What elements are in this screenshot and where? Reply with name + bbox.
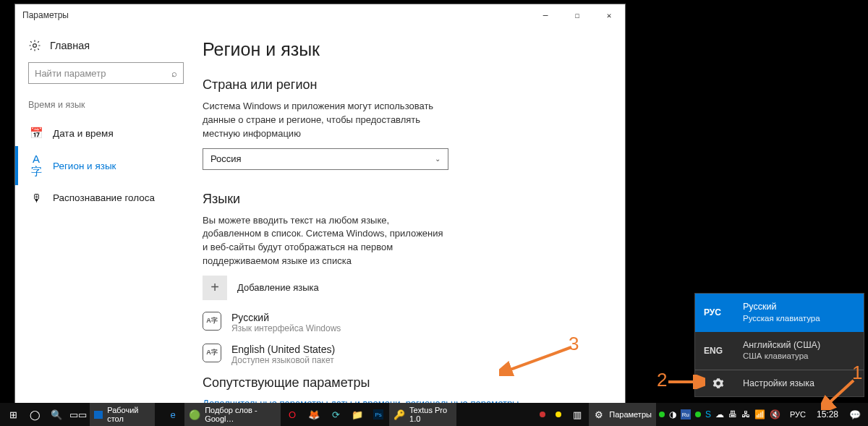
search-button[interactable]: 🔍 (46, 403, 67, 426)
language-sub: Язык интерфейса Windows (231, 323, 341, 333)
language-name: English (United States) (231, 344, 335, 355)
country-dropdown[interactable]: Россия ⌄ (203, 148, 448, 170)
key-icon: 🔑 (393, 409, 405, 420)
red-dot-icon (540, 412, 545, 417)
volume-icon[interactable]: 🔇 (770, 409, 780, 419)
skype-icon[interactable]: S (705, 409, 711, 419)
app-icon: ▥ (571, 409, 583, 420)
mic-icon: 🎙 (30, 192, 43, 204)
cortana-button[interactable]: ◯ (25, 403, 45, 426)
taskbar-app1[interactable]: ⟳ (326, 403, 346, 426)
taskbar-desktop[interactable]: Рабочий стол (90, 403, 155, 426)
taskbar-settings[interactable]: ⚙ Параметры (589, 403, 656, 426)
lang-ru-icon[interactable]: Ru (681, 409, 691, 419)
tray-icon[interactable]: 🖶 (728, 409, 737, 419)
taskbar-label: Подбор слов - Googl… (205, 406, 276, 423)
taskbar-firefox[interactable]: 🦊 (304, 403, 324, 426)
app-icon: ⟳ (330, 409, 341, 420)
related-heading: Сопутствующие параметры (203, 375, 596, 391)
globe-icon: A字 (30, 153, 43, 179)
taskbar-opera[interactable]: O (282, 403, 302, 426)
notification-icon: 💬 (849, 409, 861, 420)
taskbar-label: Параметры (609, 410, 652, 419)
taskbar-label: Textus Pro 1.0 (409, 406, 452, 423)
titlebar[interactable]: Параметры ─ ☐ ✕ (15, 4, 625, 26)
system-tray[interactable]: ◑ Ru S ☁ 🖶 🖧 📶 🔇 (656, 409, 783, 419)
status-icon (695, 412, 701, 417)
home-button[interactable]: Главная (28, 39, 184, 52)
start-button[interactable]: ⊞ (3, 403, 23, 426)
sidebar-item-label: Регион и язык (53, 161, 116, 171)
language-name: Русский (231, 312, 341, 323)
flyout-sub: США клавиатура (743, 351, 820, 362)
wifi-icon[interactable]: 📶 (754, 409, 765, 419)
annotation-2: 2 (657, 369, 667, 391)
languages-heading: Языки (203, 192, 596, 207)
taskbar-language[interactable]: РУС (786, 403, 810, 426)
firefox-icon: 🦊 (308, 409, 320, 420)
search-icon: ⌕ (171, 68, 177, 79)
sidebar-item-speech[interactable]: 🎙 Распознавание голоса (28, 185, 184, 210)
language-item-english[interactable]: A字 English (United States) Доступен язык… (203, 344, 596, 365)
language-item-russian[interactable]: A字 Русский Язык интерфейса Windows (203, 312, 596, 333)
search-input[interactable]: Найти параметр ⌕ (28, 62, 184, 84)
flyout-code: РУС (704, 307, 733, 318)
taskbar-clock[interactable]: 15:28 (812, 409, 843, 419)
action-center-button[interactable]: 💬 (845, 403, 865, 426)
ps-icon: Ps (373, 409, 383, 419)
sidebar-item-label: Распознавание голоса (53, 192, 155, 203)
close-button[interactable]: ✕ (593, 4, 625, 26)
flyout-settings[interactable]: Настройки языка (695, 370, 864, 396)
taskview-icon: ▭▭ (72, 409, 84, 420)
flyout-item-eng[interactable]: ENG Английский (США) США клавиатура (695, 332, 864, 370)
folder-icon: 📁 (352, 409, 363, 420)
country-value: Россия (210, 153, 242, 164)
sidebar-item-label: Дата и время (53, 128, 114, 139)
settings-window: Параметры ─ ☐ ✕ Главная Найти параметр ⌕… (14, 4, 626, 405)
taskview-button[interactable]: ▭▭ (68, 403, 88, 426)
opera-icon: O (286, 409, 298, 420)
taskbar: ⊞ ◯ 🔍 ▭▭ Рабочий стол e 🟢 Подбор слов - … (0, 403, 868, 426)
languages-desc: Вы можете вводить текст на любом языке, … (203, 214, 448, 268)
taskbar-textus[interactable]: 🔑 Textus Pro 1.0 (389, 403, 456, 426)
sidebar-item-region-language[interactable]: A字 Регион и язык (28, 146, 184, 185)
network-icon[interactable]: 🖧 (741, 409, 750, 419)
flyout-name: Русский (743, 301, 820, 313)
page-heading: Регион и язык (203, 39, 596, 60)
tray-icon[interactable]: ◑ (669, 409, 676, 419)
flyout-sub: Русская клавиатура (743, 313, 820, 325)
taskbar-photoshop[interactable]: Ps (369, 403, 388, 426)
main-pane: Регион и язык Страна или регион Система … (192, 26, 625, 404)
taskbar-tray1[interactable] (535, 403, 550, 426)
taskbar-tray3[interactable]: ▥ (567, 403, 587, 426)
svg-point-0 (33, 44, 37, 48)
window-title: Параметры (22, 10, 69, 20)
language-icon: A字 (203, 344, 221, 362)
country-heading: Страна или регион (203, 77, 596, 93)
chevron-down-icon: ⌄ (435, 155, 441, 163)
taskbar-chrome[interactable]: 🟢 Подбор слов - Googl… (184, 403, 281, 426)
circle-icon: ◯ (29, 409, 41, 420)
search-icon: 🔍 (51, 409, 62, 420)
maximize-button[interactable]: ☐ (561, 4, 593, 26)
flyout-code: ENG (704, 346, 733, 356)
taskbar-explorer[interactable]: 📁 (347, 403, 367, 426)
country-desc: Система Windows и приложения могут испол… (203, 100, 448, 141)
flyout-name: Английский (США) (743, 339, 820, 352)
language-sub: Доступен языковой пакет (231, 355, 335, 365)
yellow-dot-icon (556, 412, 561, 417)
add-language-button[interactable]: + Добавление языка (203, 276, 596, 300)
plus-icon: + (203, 276, 227, 300)
flyout-item-rus[interactable]: РУС Русский Русская клавиатура (695, 294, 864, 331)
flyout-settings-label: Настройки языка (743, 378, 814, 388)
sidebar-group-label: Время и язык (28, 100, 184, 110)
taskbar-tray2[interactable] (551, 403, 566, 426)
sidebar-item-datetime[interactable]: 📅 Дата и время (28, 120, 184, 146)
taskbar-edge[interactable]: e (163, 403, 183, 426)
windows-icon: ⊞ (7, 409, 19, 420)
onedrive-icon[interactable]: ☁ (715, 409, 724, 419)
gear-icon (28, 39, 41, 52)
minimize-button[interactable]: ─ (529, 4, 561, 26)
home-label: Главная (50, 40, 90, 51)
sidebar: Главная Найти параметр ⌕ Время и язык 📅 … (15, 26, 192, 404)
